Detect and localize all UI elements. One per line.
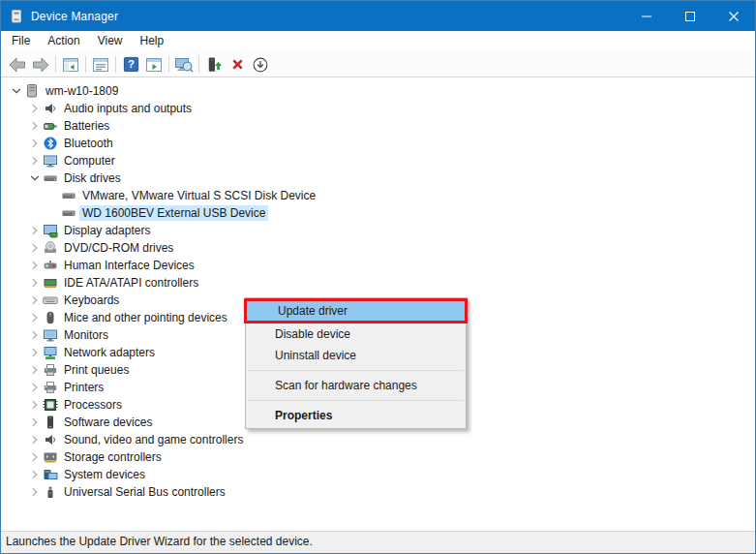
- tree-item-label: wm-w10-1809: [43, 83, 121, 99]
- processor-icon: [43, 397, 58, 413]
- chevron-right-icon[interactable]: [27, 223, 43, 238]
- chevron-right-icon[interactable]: [27, 415, 43, 430]
- show-console-tree-icon: [62, 56, 79, 74]
- menu-view[interactable]: View: [89, 31, 132, 52]
- chevron-right-icon[interactable]: [27, 484, 43, 500]
- tree-item-label: WD 1600BEV External USB Device: [79, 205, 268, 221]
- tree-item-wm-w10-1809[interactable]: wm-w10-1809: [1, 82, 755, 100]
- keyboard-icon: [43, 292, 58, 308]
- chevron-right-icon[interactable]: [27, 240, 43, 256]
- properties-button[interactable]: [89, 54, 112, 76]
- forward-arrow-icon: [31, 56, 50, 74]
- tree-item-system-devices[interactable]: System devices: [1, 466, 755, 483]
- storage-icon: [43, 449, 58, 465]
- menu-item-uninstall-device[interactable]: Uninstall device: [246, 345, 466, 366]
- tree-item-sound-video-and-game-controllers[interactable]: Sound, video and game controllers: [1, 431, 755, 448]
- chevron-placeholder: [45, 188, 61, 203]
- tree-item-human-interface-devices[interactable]: Human Interface Devices: [1, 257, 755, 274]
- chevron-placeholder: [45, 205, 61, 221]
- chevron-right-icon[interactable]: [27, 275, 43, 291]
- back-button[interactable]: [6, 54, 29, 76]
- minimize-button[interactable]: [624, 1, 668, 31]
- menu-separator: [248, 370, 464, 371]
- chevron-right-icon[interactable]: [27, 327, 43, 343]
- chevron-right-icon[interactable]: [27, 136, 43, 151]
- forward-button[interactable]: [29, 54, 52, 76]
- menu-item-properties[interactable]: Properties: [246, 405, 466, 426]
- chevron-right-icon[interactable]: [27, 258, 43, 273]
- computer-root-icon: [24, 83, 40, 99]
- tree-item-label: Network adapters: [61, 345, 158, 360]
- menu-separator: [248, 400, 464, 401]
- tree-item-bluetooth[interactable]: Bluetooth: [1, 135, 755, 152]
- chevron-right-icon[interactable]: [27, 292, 43, 308]
- maximize-button[interactable]: [668, 1, 711, 31]
- network-icon: [43, 345, 58, 360]
- tree-item-vmware-vmware-virtual-s-scsi-disk-device[interactable]: VMware, VMware Virtual S SCSI Disk Devic…: [1, 187, 755, 204]
- chevron-right-icon[interactable]: [27, 467, 43, 482]
- tree-item-label: Processors: [61, 397, 125, 413]
- tree-item-label: Sound, video and game controllers: [61, 432, 246, 447]
- chevron-right-icon[interactable]: [27, 380, 43, 395]
- menu-item-update-driver-annotated[interactable]: Update driver: [244, 298, 468, 323]
- chevron-down-icon[interactable]: [27, 170, 43, 186]
- tree-item-display-adapters[interactable]: Display adapters: [1, 222, 755, 239]
- tree-item-label: Storage controllers: [61, 449, 165, 465]
- tree-item-label: Mice and other pointing devices: [61, 310, 230, 325]
- chevron-right-icon[interactable]: [27, 101, 43, 116]
- menu-help[interactable]: Help: [132, 31, 173, 52]
- tree-item-label: DVD/CD-ROM drives: [61, 240, 176, 256]
- close-button[interactable]: [711, 1, 755, 31]
- menu-action[interactable]: Action: [39, 31, 88, 52]
- help-icon: ?: [123, 56, 139, 73]
- tree-item-label: Human Interface Devices: [61, 258, 197, 273]
- chevron-right-icon[interactable]: [27, 432, 43, 447]
- properties-window-icon: [92, 56, 109, 74]
- status-bar: Launches the Update Driver Wizard for th…: [1, 531, 755, 553]
- chevron-right-icon[interactable]: [27, 345, 43, 360]
- printer-icon: [43, 380, 58, 395]
- menu-file[interactable]: File: [3, 31, 39, 52]
- tree-item-label: Computer: [61, 153, 118, 169]
- chevron-right-icon[interactable]: [27, 153, 43, 169]
- help-button[interactable]: ?: [119, 54, 142, 76]
- tree-item-label: Display adapters: [61, 223, 153, 238]
- tree-item-batteries[interactable]: Batteries: [1, 117, 755, 135]
- disable-device-button[interactable]: [249, 54, 272, 76]
- chevron-right-icon[interactable]: [27, 397, 43, 413]
- action-pane-button[interactable]: [142, 54, 166, 76]
- close-icon: [729, 12, 739, 21]
- tree-item-ide-ata-atapi-controllers[interactable]: IDE ATA/ATAPI controllers: [1, 274, 755, 292]
- scan-hardware-button[interactable]: [172, 54, 196, 76]
- tree-item-universal-serial-bus-controllers[interactable]: Universal Serial Bus controllers: [1, 483, 755, 501]
- show-console-tree-button[interactable]: [59, 54, 82, 76]
- scan-hardware-icon: [174, 56, 194, 74]
- tree-item-audio-inputs-and-outputs[interactable]: Audio inputs and outputs: [1, 100, 755, 117]
- device-manager-app-icon: [9, 9, 24, 24]
- tree-item-dvd-cd-rom-drives[interactable]: DVD/CD-ROM drives: [1, 239, 755, 257]
- uninstall-x-icon: [229, 56, 246, 73]
- svg-text:?: ?: [128, 58, 135, 70]
- tree-item-wd-1600bev-external-usb-device[interactable]: WD 1600BEV External USB Device: [1, 204, 755, 222]
- uninstall-button[interactable]: [226, 54, 249, 76]
- chevron-right-icon[interactable]: [27, 449, 43, 465]
- tree-item-disk-drives[interactable]: Disk drives: [1, 169, 755, 187]
- tree-item-storage-controllers[interactable]: Storage controllers: [1, 448, 755, 466]
- update-driver-button[interactable]: [202, 54, 226, 76]
- toolbar: ?: [1, 52, 755, 77]
- chevron-right-icon[interactable]: [27, 362, 43, 378]
- toolbar-separator: [55, 56, 56, 73]
- tree-item-label: Software devices: [61, 415, 155, 430]
- menu-item-disable-device[interactable]: Disable device: [246, 323, 466, 345]
- minimize-icon: [642, 12, 651, 21]
- battery-icon: [43, 118, 58, 134]
- chevron-right-icon[interactable]: [27, 310, 43, 325]
- chevron-right-icon[interactable]: [27, 118, 43, 134]
- menu-item-scan-for-hardware-changes[interactable]: Scan for hardware changes: [246, 375, 466, 396]
- system-icon: [43, 467, 58, 482]
- chevron-down-icon[interactable]: [9, 83, 24, 99]
- audio-icon: [43, 101, 58, 116]
- tree-item-computer[interactable]: Computer: [1, 152, 755, 169]
- device-tree: wm-w10-1809Audio inputs and outputsBatte…: [1, 77, 755, 501]
- disk-icon: [61, 188, 76, 203]
